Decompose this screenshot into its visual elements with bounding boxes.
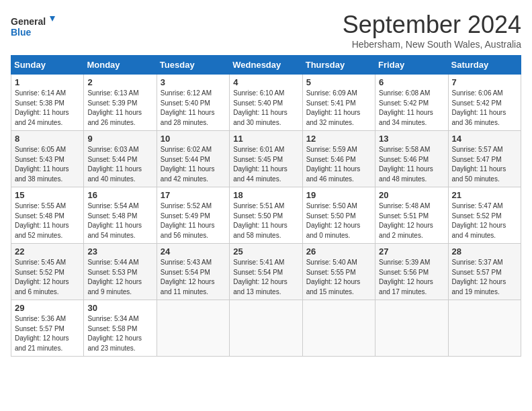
day-number: 2 (87, 77, 152, 87)
day-info: Sunrise: 5:39 AMSunset: 5:56 PMDaylight:… (379, 258, 444, 297)
logo: General Blue (11, 13, 58, 40)
calendar-cell: 18 Sunrise: 5:51 AMSunset: 5:50 PMDaylig… (230, 187, 302, 244)
week-row-2: 8 Sunrise: 6:05 AMSunset: 5:43 PMDayligh… (11, 131, 521, 187)
day-info: Sunrise: 5:45 AMSunset: 5:52 PMDaylight:… (15, 258, 80, 297)
calendar-cell (375, 300, 448, 357)
day-number: 7 (452, 77, 517, 87)
day-number: 13 (379, 134, 444, 144)
day-info: Sunrise: 5:47 AMSunset: 5:52 PMDaylight:… (452, 201, 517, 240)
calendar-cell: 26 Sunrise: 5:40 AMSunset: 5:55 PMDaylig… (302, 244, 375, 300)
calendar-cell (302, 300, 375, 357)
day-number: 29 (15, 303, 80, 313)
day-number: 10 (161, 134, 226, 144)
day-number: 26 (306, 246, 371, 257)
calendar-cell: 17 Sunrise: 5:52 AMSunset: 5:49 PMDaylig… (157, 187, 229, 244)
weekday-header-wednesday: Wednesday (230, 56, 302, 75)
day-info: Sunrise: 5:52 AMSunset: 5:49 PMDaylight:… (161, 201, 226, 240)
day-number: 27 (379, 246, 444, 257)
day-info: Sunrise: 6:06 AMSunset: 5:42 PMDaylight:… (452, 89, 517, 128)
day-number: 19 (306, 190, 371, 200)
day-info: Sunrise: 5:44 AMSunset: 5:53 PMDaylight:… (87, 258, 152, 297)
calendar-subtitle: Hebersham, New South Wales, Australia (343, 39, 521, 50)
day-number: 16 (87, 190, 152, 200)
calendar-cell: 8 Sunrise: 6:05 AMSunset: 5:43 PMDayligh… (11, 131, 84, 187)
calendar-cell: 4 Sunrise: 6:10 AMSunset: 5:40 PMDayligh… (230, 75, 302, 131)
day-number: 12 (306, 134, 371, 144)
day-number: 5 (306, 77, 371, 87)
calendar-cell: 14 Sunrise: 5:57 AMSunset: 5:47 PMDaylig… (448, 131, 521, 187)
day-number: 23 (87, 246, 152, 257)
day-info: Sunrise: 5:54 AMSunset: 5:48 PMDaylight:… (87, 201, 152, 240)
day-info: Sunrise: 6:10 AMSunset: 5:40 PMDaylight:… (233, 89, 298, 128)
calendar-cell: 22 Sunrise: 5:45 AMSunset: 5:52 PMDaylig… (11, 244, 84, 300)
day-info: Sunrise: 6:14 AMSunset: 5:38 PMDaylight:… (15, 89, 80, 128)
calendar-cell: 2 Sunrise: 6:13 AMSunset: 5:39 PMDayligh… (84, 75, 157, 131)
day-info: Sunrise: 6:01 AMSunset: 5:45 PMDaylight:… (233, 145, 298, 184)
day-number: 8 (15, 134, 80, 144)
calendar-cell (157, 300, 229, 357)
calendar-cell: 9 Sunrise: 6:03 AMSunset: 5:44 PMDayligh… (84, 131, 157, 187)
day-number: 3 (161, 77, 226, 87)
calendar-cell: 1 Sunrise: 6:14 AMSunset: 5:38 PMDayligh… (11, 75, 84, 131)
svg-marker-2 (50, 16, 55, 21)
day-info: Sunrise: 5:43 AMSunset: 5:54 PMDaylight:… (161, 258, 226, 297)
week-row-1: 1 Sunrise: 6:14 AMSunset: 5:38 PMDayligh… (11, 75, 521, 131)
week-row-5: 29 Sunrise: 5:36 AMSunset: 5:57 PMDaylig… (11, 300, 521, 357)
svg-text:General: General (11, 16, 46, 27)
weekday-header-sunday: Sunday (11, 56, 84, 75)
day-info: Sunrise: 5:41 AMSunset: 5:54 PMDaylight:… (233, 258, 298, 297)
calendar-title: September 2024 (343, 11, 521, 39)
svg-text:Blue: Blue (11, 27, 32, 38)
calendar-cell: 7 Sunrise: 6:06 AMSunset: 5:42 PMDayligh… (448, 75, 521, 131)
header: General Blue September 2024 Hebersham, N… (11, 11, 521, 50)
day-info: Sunrise: 6:02 AMSunset: 5:44 PMDaylight:… (161, 145, 226, 184)
day-number: 4 (233, 77, 298, 87)
day-info: Sunrise: 6:03 AMSunset: 5:44 PMDaylight:… (87, 145, 152, 184)
calendar-cell: 20 Sunrise: 5:48 AMSunset: 5:51 PMDaylig… (375, 187, 448, 244)
weekday-header-thursday: Thursday (302, 56, 375, 75)
day-info: Sunrise: 5:40 AMSunset: 5:55 PMDaylight:… (306, 258, 371, 297)
day-info: Sunrise: 5:37 AMSunset: 5:57 PMDaylight:… (452, 258, 517, 297)
weekday-header-friday: Friday (375, 56, 448, 75)
calendar-cell: 5 Sunrise: 6:09 AMSunset: 5:41 PMDayligh… (302, 75, 375, 131)
day-info: Sunrise: 5:51 AMSunset: 5:50 PMDaylight:… (233, 201, 298, 240)
calendar-table: SundayMondayTuesdayWednesdayThursdayFrid… (11, 55, 521, 357)
day-number: 21 (452, 190, 517, 200)
day-number: 17 (161, 190, 226, 200)
calendar-cell: 15 Sunrise: 5:55 AMSunset: 5:48 PMDaylig… (11, 187, 84, 244)
day-info: Sunrise: 6:13 AMSunset: 5:39 PMDaylight:… (87, 89, 152, 128)
day-number: 22 (15, 246, 80, 257)
week-row-4: 22 Sunrise: 5:45 AMSunset: 5:52 PMDaylig… (11, 244, 521, 300)
day-number: 18 (233, 190, 298, 200)
day-info: Sunrise: 5:48 AMSunset: 5:51 PMDaylight:… (379, 201, 444, 240)
calendar-cell: 19 Sunrise: 5:50 AMSunset: 5:50 PMDaylig… (302, 187, 375, 244)
calendar-cell (230, 300, 302, 357)
logo-svg: General Blue (11, 13, 58, 40)
day-info: Sunrise: 5:36 AMSunset: 5:57 PMDaylight:… (15, 314, 80, 353)
calendar-cell: 13 Sunrise: 5:58 AMSunset: 5:46 PMDaylig… (375, 131, 448, 187)
day-info: Sunrise: 5:34 AMSunset: 5:58 PMDaylight:… (87, 314, 152, 353)
calendar-cell: 23 Sunrise: 5:44 AMSunset: 5:53 PMDaylig… (84, 244, 157, 300)
calendar-cell: 6 Sunrise: 6:08 AMSunset: 5:42 PMDayligh… (375, 75, 448, 131)
calendar-cell: 21 Sunrise: 5:47 AMSunset: 5:52 PMDaylig… (448, 187, 521, 244)
day-number: 20 (379, 190, 444, 200)
day-info: Sunrise: 5:59 AMSunset: 5:46 PMDaylight:… (306, 145, 371, 184)
calendar-cell: 29 Sunrise: 5:36 AMSunset: 5:57 PMDaylig… (11, 300, 84, 357)
day-info: Sunrise: 5:57 AMSunset: 5:47 PMDaylight:… (452, 145, 517, 184)
calendar-cell: 11 Sunrise: 6:01 AMSunset: 5:45 PMDaylig… (230, 131, 302, 187)
calendar-cell: 30 Sunrise: 5:34 AMSunset: 5:58 PMDaylig… (84, 300, 157, 357)
title-area: September 2024 Hebersham, New South Wale… (343, 11, 521, 50)
day-info: Sunrise: 6:09 AMSunset: 5:41 PMDaylight:… (306, 89, 371, 128)
day-info: Sunrise: 5:50 AMSunset: 5:50 PMDaylight:… (306, 201, 371, 240)
calendar-cell: 16 Sunrise: 5:54 AMSunset: 5:48 PMDaylig… (84, 187, 157, 244)
day-number: 14 (452, 134, 517, 144)
day-number: 15 (15, 190, 80, 200)
day-number: 30 (87, 303, 152, 313)
calendar-cell: 28 Sunrise: 5:37 AMSunset: 5:57 PMDaylig… (448, 244, 521, 300)
day-info: Sunrise: 5:58 AMSunset: 5:46 PMDaylight:… (379, 145, 444, 184)
calendar-cell (448, 300, 521, 357)
day-number: 1 (15, 77, 80, 87)
day-info: Sunrise: 6:12 AMSunset: 5:40 PMDaylight:… (161, 89, 226, 128)
calendar-cell: 10 Sunrise: 6:02 AMSunset: 5:44 PMDaylig… (157, 131, 229, 187)
day-number: 6 (379, 77, 444, 87)
